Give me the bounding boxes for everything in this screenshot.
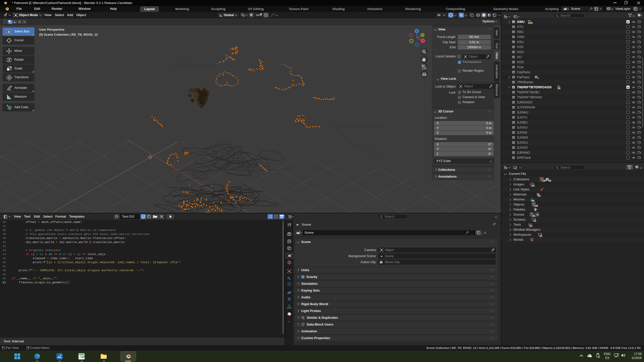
svg-text:2: 2 — [268, 217, 269, 219]
svg-text:Y: Y — [422, 34, 424, 36]
svg-text:Z: Z — [416, 30, 418, 33]
svg-text:X: X — [422, 39, 424, 42]
